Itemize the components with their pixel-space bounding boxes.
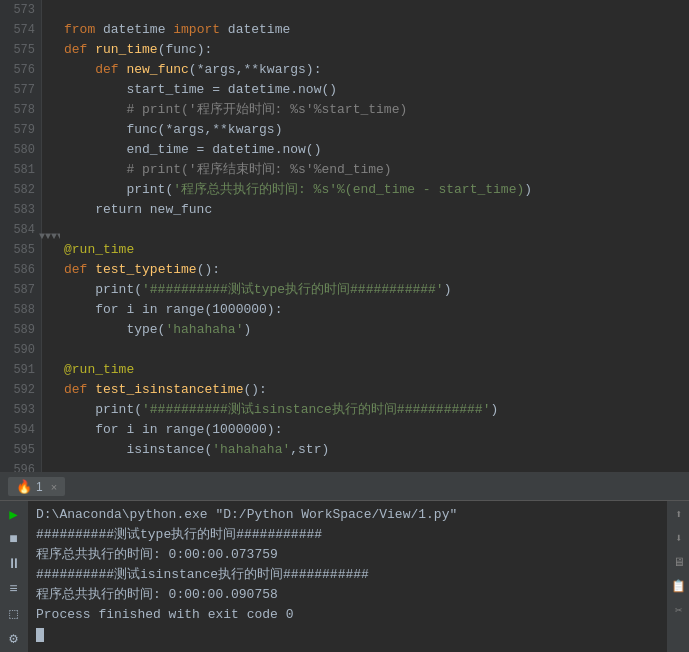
fire-icon: 🔥	[16, 479, 32, 494]
code-container: 5735745755765775785795805815825835845855…	[0, 0, 689, 472]
table-row: def test_typetime():	[64, 260, 689, 280]
line-number: 581	[6, 160, 35, 180]
table-row: def run_time(func):	[64, 40, 689, 60]
run-toolbar: ▶ ■ ⏸ ≡ ⬚ ⚙	[0, 501, 28, 652]
line-number: 580	[6, 140, 35, 160]
line-number: 577	[6, 80, 35, 100]
output-path: D:\Anaconda\python.exe "D:/Python WorkSp…	[36, 505, 659, 525]
line-number: 574	[6, 20, 35, 40]
close-tab-button[interactable]: ×	[51, 481, 57, 493]
rt-btn1[interactable]: ⬆	[670, 505, 688, 523]
table-row: return new_func	[64, 200, 689, 220]
table-row: print('##########测试isinstance执行的时间######…	[64, 400, 689, 420]
output-line2: 程序总共执行的时间: 0:00:00.073759	[36, 545, 659, 565]
table-row	[64, 220, 689, 240]
line-number: 576	[6, 60, 35, 80]
line-number: 594	[6, 420, 35, 440]
line-number: 586	[6, 260, 35, 280]
table-row: type('hahahaha')	[64, 320, 689, 340]
rt-btn3[interactable]: 🖥	[670, 553, 688, 571]
table-row	[64, 0, 689, 20]
output-line4: 程序总共执行的时间: 0:00:00.090758	[36, 585, 659, 605]
line-number: 593	[6, 400, 35, 420]
output-line3: ##########测试isinstance执行的时间###########	[36, 565, 659, 585]
line-number: 587	[6, 280, 35, 300]
line-numbers: 5735745755765775785795805815825835845855…	[0, 0, 42, 472]
settings-button[interactable]: ⚙	[4, 629, 24, 648]
line-number: 591	[6, 360, 35, 380]
table-row: print('程序总共执行的时间: %s'%(end_time - start_…	[64, 180, 689, 200]
table-row: @run_time	[64, 240, 689, 260]
table-row	[64, 340, 689, 360]
play-button[interactable]: ▶	[4, 505, 24, 524]
table-row: # print('程序开始时间: %s'%start_time)	[64, 100, 689, 120]
scroll-button[interactable]: ≡	[4, 579, 24, 598]
table-row: for i in range(1000000):	[64, 420, 689, 440]
table-row: start_time = datetime.now()	[64, 80, 689, 100]
table-row: isinstance('hahahaha',str)	[64, 440, 689, 460]
line-number: 585	[6, 240, 35, 260]
rt-btn4[interactable]: 📋	[670, 577, 688, 595]
table-row: # print('程序结束时间: %s'%end_time)	[64, 160, 689, 180]
table-row: from datetime import datetime	[64, 20, 689, 40]
line-number: 584	[6, 220, 35, 240]
table-row: @run_time	[64, 360, 689, 380]
line-number: 596	[6, 460, 35, 472]
right-toolbar: ⬆ ⬇ 🖥 📋 ✂	[667, 501, 689, 652]
line-number: 575	[6, 40, 35, 60]
line-number: 595	[6, 440, 35, 460]
line-number: 579	[6, 120, 35, 140]
line-number: 588	[6, 300, 35, 320]
line-number: 573	[6, 0, 35, 20]
line-number: 589	[6, 320, 35, 340]
line-number: 590	[6, 340, 35, 360]
table-row: end_time = datetime.now()	[64, 140, 689, 160]
line-number: 582	[6, 180, 35, 200]
table-row: for i in range(1000000):	[64, 300, 689, 320]
line-number: 592	[6, 380, 35, 400]
output-cursor-line	[36, 625, 659, 645]
line-number: 578	[6, 100, 35, 120]
table-row	[64, 460, 689, 472]
run-header: 🔥 1 ×	[0, 473, 689, 501]
rt-btn5[interactable]: ✂	[670, 601, 688, 619]
editor-area: 5735745755765775785795805815825835845855…	[0, 0, 689, 472]
stop-button[interactable]: ■	[4, 530, 24, 549]
cursor	[36, 628, 44, 642]
table-row: def test_isinstancetime():	[64, 380, 689, 400]
table-row: print('##########测试type执行的时间###########'…	[64, 280, 689, 300]
pause-button[interactable]: ⏸	[4, 555, 24, 574]
run-panel: 🔥 1 × ▶ ■ ⏸ ≡ ⬚ ⚙ D:\Anaconda\python.exe…	[0, 472, 689, 652]
line-number: 583	[6, 200, 35, 220]
table-row: def new_func(*args,**kwargs):	[64, 60, 689, 80]
run-output: D:\Anaconda\python.exe "D:/Python WorkSp…	[28, 501, 667, 652]
output-exit: Process finished with exit code 0	[36, 605, 659, 625]
table-row: func(*args,**kwargs)	[64, 120, 689, 140]
run-body: ▶ ■ ⏸ ≡ ⬚ ⚙ D:\Anaconda\python.exe "D:/P…	[0, 501, 689, 652]
rt-btn2[interactable]: ⬇	[670, 529, 688, 547]
code-content[interactable]: from datetime import datetimedef run_tim…	[60, 0, 689, 472]
run-tab[interactable]: 🔥 1 ×	[8, 477, 65, 496]
output-line1: ##########测试type执行的时间###########	[36, 525, 659, 545]
run-tab-label: 1	[36, 480, 43, 494]
wrap-button[interactable]: ⬚	[4, 604, 24, 623]
gutter: ▼▼▼▼	[42, 0, 60, 472]
